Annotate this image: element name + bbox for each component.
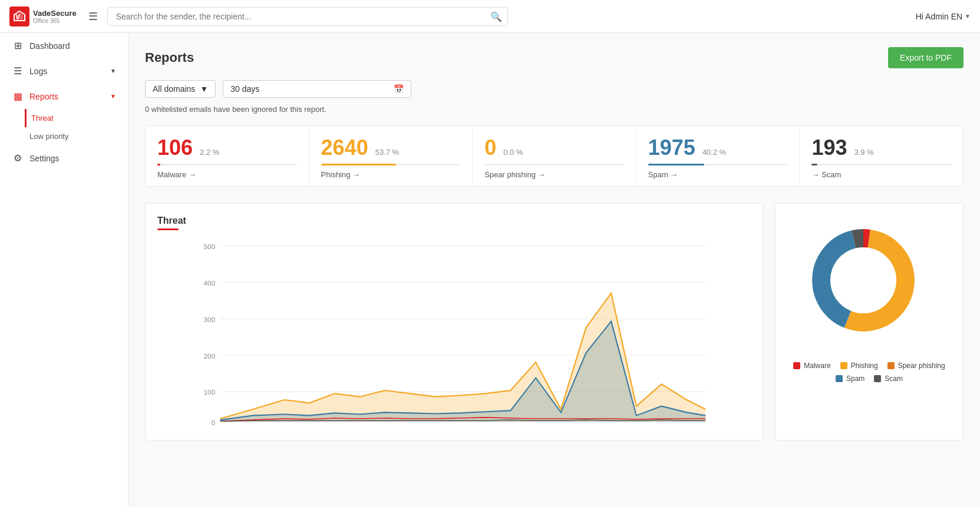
calendar-icon: 📅 [394,84,404,94]
reports-header: Reports Export to PDF [145,47,963,68]
spam-count: 1975 [648,135,695,160]
chart-container: 500 400 300 200 100 0 [157,240,751,428]
logs-icon: ☰ [12,65,24,77]
logo-text: VadeSecure Office 365 [33,9,77,24]
scam-count: 193 [811,135,847,160]
svg-text:01/28...: 01/28... [695,428,716,428]
reports-caret-icon: ▼ [110,93,116,100]
phishing-percent: 53.7 % [375,148,399,157]
phishing-count: 2640 [321,135,368,160]
svg-text:V: V [15,13,20,21]
svg-text:400: 400 [204,279,216,287]
legend-dot-scam [874,375,881,382]
sidebar-item-logs[interactable]: ☰ Logs ▼ [0,58,128,84]
svg-text:01/08: 01/08 [363,428,379,428]
reports-submenu: Threat Low priority [0,109,128,145]
threat-line-chart: 500 400 300 200 100 0 [157,240,751,428]
svg-text:01/18: 01/18 [514,428,530,428]
top-bar: V VadeSecure Office 365 ☰ 🔍 Hi Admin EN … [0,0,980,33]
phishing-label[interactable]: Phishing → [321,170,461,179]
search-icon: 🔍 [490,11,502,22]
main-layout: ⊞ Dashboard ☰ Logs ▼ ▩ Reports ▼ Threat … [0,33,980,507]
donut-legend: Malware Phishing Spear phishing Spa [787,362,951,383]
svg-text:01/13: 01/13 [438,428,454,428]
svg-point-35 [831,248,896,313]
chart-section: Threat 500 400 300 200 100 0 [145,203,963,440]
stat-spam: 1975 40.2 % Spam → [636,126,800,186]
threat-chart-card: Threat 500 400 300 200 100 0 [145,203,763,440]
filters-row: All domains ▼ 30 days 📅 [145,80,963,98]
chart-title-underline [157,228,179,230]
legend-scam: Scam [874,375,903,383]
legend-spam: Spam [836,375,864,383]
logo-icon: V [9,6,29,26]
scam-percent: 3.9 % [854,148,873,157]
domain-caret-icon: ▼ [200,84,208,94]
svg-text:300: 300 [204,316,216,323]
dashboard-icon: ⊞ [12,40,24,51]
stat-spear-phishing: 0 0.0 % Spear phishing → [473,126,636,186]
user-caret-icon[interactable]: ▼ [965,13,971,19]
domain-filter[interactable]: All domains ▼ [145,80,216,98]
menu-toggle[interactable]: ☰ [88,10,98,23]
spear-phishing-count: 0 [484,135,496,160]
scam-label[interactable]: → Scam [811,170,951,179]
sidebar-sub-item-low-priority[interactable]: Low priority [29,127,128,145]
logo-area: V VadeSecure Office 365 [9,6,77,26]
spear-phishing-percent: 0.0 % [503,148,523,157]
export-pdf-button[interactable]: Export to PDF [888,47,963,68]
donut-container [798,216,940,357]
svg-text:0: 0 [212,419,216,426]
ignored-note: 0 whitelisted emails have been ignored f… [145,105,963,114]
donut-svg [798,216,928,345]
legend-spear-phishing: Spear phishing [887,362,945,370]
sidebar-sub-item-threat[interactable]: Threat [25,109,128,127]
svg-text:01/23: 01/23 [589,428,605,428]
logs-caret-icon: ▼ [110,68,116,74]
svg-text:200: 200 [204,352,216,360]
legend-dot-phishing [840,362,847,369]
donut-chart-card: Malware Phishing Spear phishing Spa [775,203,963,440]
spam-percent: 40.2 % [702,148,726,157]
malware-label[interactable]: Malware → [157,170,297,179]
search-input[interactable] [107,7,508,26]
spam-label[interactable]: Spam → [648,170,788,179]
settings-icon: ⚙ [12,153,24,164]
sidebar-item-settings[interactable]: ⚙ Settings [0,145,128,171]
legend-dot-malware [793,362,800,369]
svg-text:12/29: 12/29 [212,428,228,428]
spear-phishing-label[interactable]: Spear phishing → [484,170,624,179]
malware-count: 106 [157,135,193,160]
sidebar-item-dashboard[interactable]: ⊞ Dashboard [0,33,128,58]
reports-icon: ▩ [12,91,24,102]
legend-phishing: Phishing [840,362,878,370]
stat-malware: 106 2.2 % Malware → [146,126,309,186]
malware-percent: 2.2 % [200,148,219,157]
search-box: 🔍 [107,7,508,26]
page-title: Reports [145,50,194,65]
legend-malware: Malware [793,362,830,370]
date-filter[interactable]: 30 days 📅 [223,80,411,98]
chart-title: Threat [157,216,751,226]
app-layout: V VadeSecure Office 365 ☰ 🔍 Hi Admin EN … [0,0,980,507]
svg-text:01/03: 01/03 [288,428,303,428]
sidebar-item-reports[interactable]: ▩ Reports ▼ [0,84,128,109]
user-info: Hi Admin EN ▼ [916,12,971,21]
main-content: Reports Export to PDF All domains ▼ 30 d… [128,33,980,507]
legend-dot-spear-phishing [887,362,895,369]
stats-row: 106 2.2 % Malware → 2640 53.7 % Phishing… [145,125,963,187]
stat-scam: 193 3.9 % → Scam [800,126,963,186]
svg-text:500: 500 [204,243,216,250]
legend-dot-spam [836,375,843,382]
sidebar: ⊞ Dashboard ☰ Logs ▼ ▩ Reports ▼ Threat … [0,33,128,507]
stat-phishing: 2640 53.7 % Phishing → [309,126,473,186]
svg-text:100: 100 [204,388,216,396]
